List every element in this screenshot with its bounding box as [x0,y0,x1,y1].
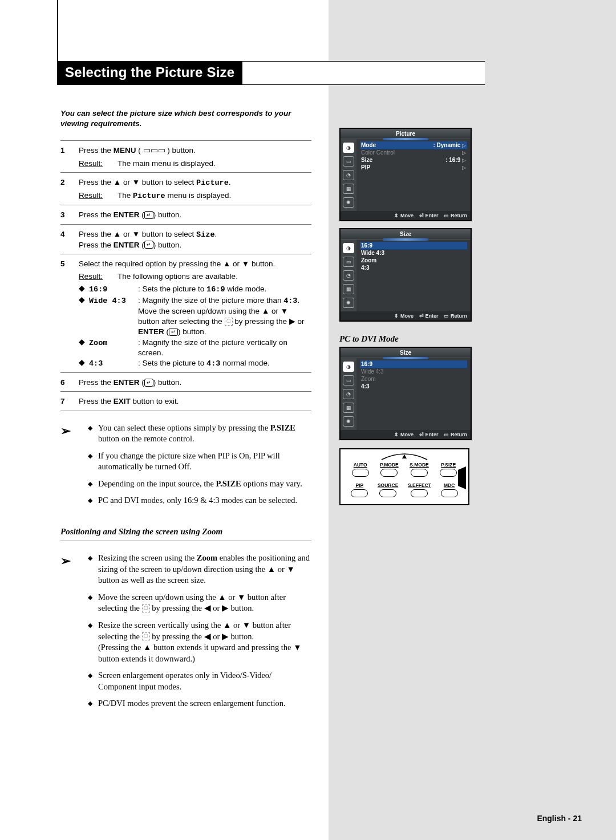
step-number: 1 [60,145,79,168]
step-7: 7 Press the EXIT button to exit. [60,396,311,407]
tab-icon: ▦ [343,403,354,413]
screen-icon: ▢ [142,604,150,612]
note-arrow-icon: ➢ [60,423,88,512]
svg-marker-1 [458,466,466,489]
screen-icon: ▢ [225,318,233,326]
osd-footer: ⇕ Move ⏎ Enter ▭ Return [341,311,471,320]
step-4: 4 Press the ▲ or ▼ button to select Size… [60,229,311,250]
osd-footer: ⇕ Move ⏎ Enter ▭ Return [341,430,471,439]
note-item: You can select these options simply by p… [88,423,311,445]
remote-seffect-button: S.EFFECT [408,482,431,497]
osd-row-mode: Mode: Dynamic ▷ [360,141,467,149]
kw-enter: ENTER [114,378,140,387]
tab-icon: ✺ [343,298,354,308]
step-6: 6 Press the ENTER (↵) button. [60,378,311,388]
text: Magnify the size of the picture more tha… [143,296,284,305]
text: ( [140,378,144,387]
opt-43: 4:3 [89,359,103,368]
instruction-content: You can select the picture size which be… [60,108,311,719]
text: The [117,191,133,200]
osd-row-43: 4:3 [360,264,467,271]
divider [60,372,311,373]
osd-sidebar-icons: ◑ ▭ ◔ ▦ ✺ [341,358,356,430]
vertical-divider [57,0,58,61]
page-title: Selecting the Picture Size [57,61,242,85]
osd-row-16-9: 16:9 [360,360,467,368]
text: by pressing the ▶ or [233,317,305,326]
kw-menu: MENU [114,146,136,155]
enter-icon: ↵ [144,211,153,219]
page-footer: English - 21 [537,814,582,823]
osd-row-zoom: Zoom [360,257,467,264]
text: Press the [79,241,114,249]
picture-tab-icon: ◑ [343,362,354,372]
text: Press the [79,210,114,219]
osd-row-wide43: Wide 4:3 [360,249,467,257]
title-strip-spacer [242,61,485,85]
picture-tab-icon: ◑ [343,143,354,153]
step-number: 3 [60,210,79,220]
text: ( [164,327,169,336]
divider [60,254,311,254]
kw: 4:3 [206,359,220,368]
divider [60,224,311,225]
tab-icon: ◔ [343,170,354,180]
step-2: 2 Press the ▲ or ▼ button to select Pict… [60,177,311,201]
text: Press the [79,397,114,405]
page-title-strip: Selecting the Picture Size [57,61,485,85]
remote-smode-button: S.MODE [410,462,429,477]
osd-picture-menu: Picture ◑ ▭ ◔ ▦ ✺ Mode: Dynamic ▷ Color … [339,128,472,221]
text: . [297,296,299,305]
kw: 4:3 [283,297,297,305]
text: . [229,178,231,186]
opt-16-9: 16:9 [89,285,107,294]
osd-row-color-control: Color Control▷ [360,149,467,156]
divider [60,140,311,141]
text: Press the [79,378,114,387]
osd-row-size: Size: 16:9 ▷ [360,156,467,164]
step-number: 5 [60,259,79,369]
step-number: 4 [60,229,79,250]
note-item: PC/DVI modes prevent the screen enlargem… [88,698,311,709]
step-number: 2 [60,177,79,201]
remote-control-diagram: AUTO P.MODE S.MODE P.SIZE PIP SOURCE S.E… [339,448,469,505]
text: Sets the picture to [143,285,207,293]
text: ) button. [153,241,182,249]
svg-marker-0 [402,455,407,458]
text: Magnify the size of the picture vertical… [138,338,287,357]
step-5: 5 Select the required option by pressing… [60,259,311,369]
remote-mdc-button: MDC [441,482,458,497]
divider [60,411,311,411]
tab-icon: ✺ [343,197,354,208]
tab-icon: ◔ [343,270,354,281]
text: ( ▭▭▭ ) button. [136,146,196,155]
opt-wide43: Wide 4:3 [89,297,126,305]
tab-icon: ▦ [343,184,354,194]
step-number: 7 [60,396,79,407]
remote-psize-button: P.SIZE [440,462,457,477]
pc-dvi-mode-label: PC to DVI Mode [339,334,399,344]
kw-exit: EXIT [114,397,131,405]
enter-icon: ↵ [169,328,178,336]
kw-enter: ENTER [138,327,164,336]
options-list: ◆ 16:9 : Sets the picture to 16:9 wide m… [79,284,311,369]
text: Select the required option by pressing t… [79,259,311,269]
kw: 16:9 [206,285,225,294]
osd-title: Size [400,350,411,356]
osd-title: Size [400,231,411,237]
picture-tab-icon: ◑ [343,243,354,253]
osd-sidebar-icons: ◑ ▭ ◔ ▦ ✺ [341,240,356,311]
text: button to exit. [131,397,179,405]
callout-arrow-icon [458,466,466,489]
kw-enter: ENTER [114,241,140,249]
divider [60,391,311,392]
text: ) button. [178,327,206,336]
kw-enter: ENTER [114,210,140,219]
osd-footer: ⇕ Move ⏎ Enter ▭ Return [341,211,471,220]
remote-pmode-button: P.MODE [380,462,398,477]
tab-icon: ▭ [343,375,354,385]
text: Press the [79,146,114,155]
notes-block-1: ➢ You can select these options simply by… [60,423,311,512]
text: ( [140,241,144,249]
step-1: 1 Press the MENU ( ▭▭▭ ) button. Result:… [60,145,311,168]
